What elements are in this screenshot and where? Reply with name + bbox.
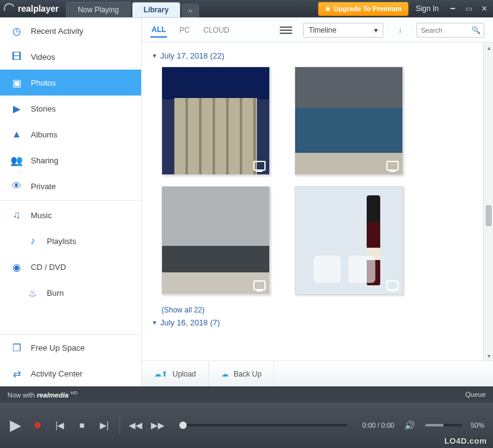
private-icon: 👁 [10,179,23,193]
sidebar-item-private[interactable]: 👁 Private [0,173,141,199]
sidebar-item-stories[interactable]: ▶ Stories [0,96,141,121]
search-input[interactable] [421,26,469,34]
search-box[interactable]: 🔍 [417,23,484,38]
backup-label: Back Up [234,370,261,378]
seek-slider[interactable] [179,424,348,426]
stories-icon: ▶ [10,102,23,115]
filter-all[interactable]: ALL [150,23,167,38]
group-label: July 16, 2018 (7) [160,318,220,327]
sharing-icon: 👥 [10,153,23,167]
sidebar: ◷ Recent Activity 🎞 Videos ▣ Photos ▶ St… [0,18,142,386]
sidebar-item-photos[interactable]: ▣ Photos [0,70,141,96]
photo-thumbnail[interactable] [161,186,270,295]
rewind-button[interactable]: ◀◀ [129,418,142,432]
sidebar-item-label: CD / DVD [31,263,66,272]
scroll-down-icon[interactable]: ▾ [484,351,493,360]
sidebar-item-playlists[interactable]: ♪ Playlists [0,228,141,254]
status-brand-name: realmedia [37,391,68,399]
stop-button[interactable]: ■ [75,418,89,432]
titlebar: realplayer Now Playing Library ›› ★ Upgr… [0,0,493,17]
disc-icon: ◉ [10,260,23,274]
seek-knob[interactable] [179,422,187,429]
search-icon: 🔍 [471,26,481,35]
sidebar-item-label: Photos [31,78,55,88]
sidebar-item-label: Burn [47,288,63,298]
photo-thumbnail[interactable] [295,67,403,175]
status-bar: Now with realmedia HD Queue [0,386,493,402]
sidebar-item-burn[interactable]: ♨ Burn [0,280,141,306]
group-header[interactable]: ▾ July 17, 2018 (22) [153,51,482,60]
chevron-down-icon: ▾ [153,52,157,60]
forward-button[interactable]: ▶▶ [151,418,165,432]
sidebar-item-recent-activity[interactable]: ◷ Recent Activity [0,18,141,44]
sidebar-item-activity-center[interactable]: ⇄ Activity Center [0,360,141,386]
volume-percent: 50% [471,422,484,429]
scroll-up-icon[interactable]: ▴ [484,43,493,52]
record-button[interactable] [31,418,44,432]
film-icon: 🎞 [10,50,23,63]
sidebar-item-free-up-space[interactable]: ❐ Free Up Space [0,335,141,360]
play-button[interactable]: ▶ [9,418,22,432]
status-brand: Now with realmedia HD [7,390,78,399]
upload-label: Upload [173,370,196,378]
previous-track-button[interactable]: |◀ [53,418,67,432]
show-all-link[interactable]: (Show all 22) [161,306,482,314]
player-divider [120,417,120,434]
sidebar-bottom: ❐ Free Up Space ⇄ Activity Center [0,334,141,386]
vertical-scrollbar[interactable]: ▴ ▾ [483,43,493,360]
device-pc-icon [386,161,399,171]
action-bar: ☁⬆ Upload ☁ Back Up [142,360,493,386]
backup-button[interactable]: ☁ Back Up [209,361,274,386]
sidebar-item-cd-dvd[interactable]: ◉ CD / DVD [0,254,141,280]
volume-icon[interactable]: 🔊 [403,418,417,432]
albums-icon: ▲ [10,128,23,141]
upgrade-label: Upgrade To Premium [333,5,401,12]
scroll-thumb[interactable] [486,205,492,226]
upload-button[interactable]: ☁⬆ Upload [142,361,209,386]
burn-icon: ♨ [26,286,39,299]
tab-library[interactable]: Library [132,2,181,17]
next-track-button[interactable]: ▶| [97,418,111,432]
sidebar-item-albums[interactable]: ▲ Albums [0,121,141,147]
timeline-dropdown[interactable]: Timeline ▾ [303,23,383,38]
sidebar-item-videos[interactable]: 🎞 Videos [0,44,141,70]
app-logo: realplayer [4,3,59,14]
minimize-button[interactable]: ━ [447,4,457,13]
chevron-down-icon: ▾ [374,26,378,35]
chevron-down-icon: ▾ [153,319,157,327]
sidebar-item-label: Stories [31,104,55,113]
sidebar-item-label: Music [31,211,52,220]
tab-now-playing[interactable]: Now Playing [66,2,131,17]
sort-direction-button[interactable]: ↓ [394,25,405,36]
status-nowwith: Now with [7,391,37,399]
sidebar-item-label: Activity Center [31,369,83,378]
sign-in-link[interactable]: Sign In [416,4,439,13]
timeline-label: Timeline [309,26,336,35]
thumbnail-row [161,67,482,175]
tab-more[interactable]: ›› [182,4,200,17]
cloud-upload-icon: ☁⬆ [154,370,168,378]
sidebar-item-label: Free Up Space [31,343,84,352]
device-pc-icon [253,161,266,171]
upgrade-button[interactable]: ★ Upgrade To Premium [318,2,408,16]
status-hd: HD [70,390,78,396]
filter-cloud[interactable]: CLOUD [202,23,230,37]
filter-pc[interactable]: PC [178,23,191,37]
queue-link[interactable]: Queue [465,391,486,398]
close-button[interactable]: ✕ [479,4,489,13]
photo-thumbnail[interactable] [295,186,403,295]
maximize-button[interactable]: ▭ [463,4,473,13]
record-dot-icon [35,422,41,428]
watermark-text: LO4D.com [444,436,487,446]
group-header[interactable]: ▾ July 16, 2018 (7) [153,318,482,327]
photo-content: ▾ July 17, 2018 (22) (Show all 22) [142,43,493,360]
photo-thumbnail[interactable] [161,67,270,175]
sidebar-item-label: Albums [31,130,57,139]
sidebar-item-sharing[interactable]: 👥 Sharing [0,147,141,173]
volume-slider[interactable] [425,424,462,426]
sidebar-item-music[interactable]: ♫ Music [0,202,141,228]
device-pc-icon [386,280,399,290]
main-body: ◷ Recent Activity 🎞 Videos ▣ Photos ▶ St… [0,17,493,386]
view-list-icon[interactable] [280,24,292,36]
main-panel: ALL PC CLOUD Timeline ▾ ↓ 🔍 ▾ July 17, 2… [142,18,493,386]
